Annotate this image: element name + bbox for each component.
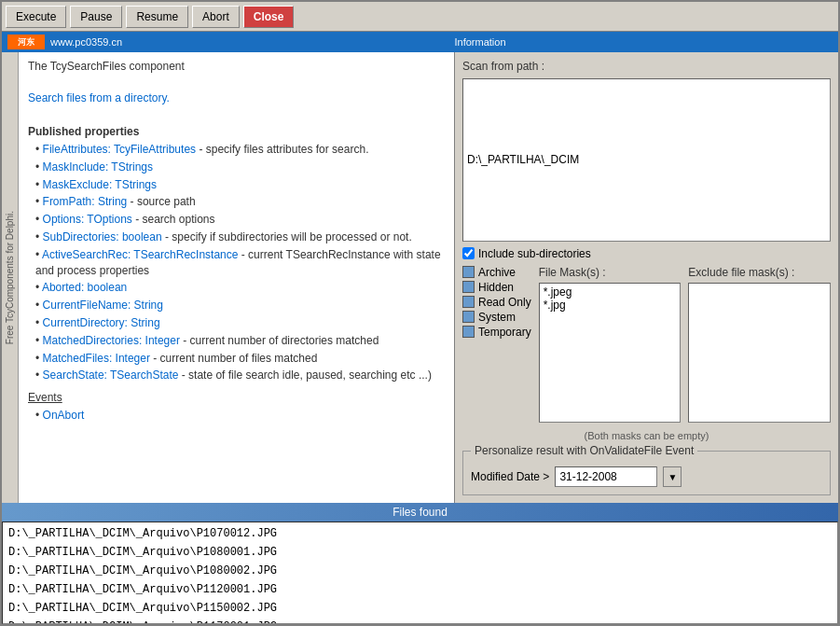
execute-button[interactable]: Execute [6,6,66,28]
toolbar: Execute Pause Resume Abort Close [2,2,838,32]
file-masks-panel: File Mask(s) : *.jpeg *.jpg [539,266,682,424]
attr-temporary: Temporary [462,326,531,339]
section-header-label: Information [455,36,506,48]
right-panel: Scan from path : Include sub-directories… [455,52,838,503]
attr-system-label: System [478,311,516,324]
watermark-bar: 河东 www.pc0359.cn Information [2,32,838,52]
exclude-masks-header: Exclude file mask(s) : [688,266,831,279]
events-list: OnAbort [28,408,445,424]
resume-button[interactable]: Resume [126,6,188,28]
attr-system-checkbox[interactable] [462,311,475,323]
property-item: MatchedDirectories: Integer - current nu… [35,333,445,349]
scan-path-label: Scan from path : [462,60,544,73]
property-item: ActiveSearchRec: TSearchRecInstance - cu… [35,247,445,279]
attr-hidden-checkbox[interactable] [462,281,475,293]
date-dropdown-button[interactable]: ▼ [663,466,682,487]
file-mask-item: *.jpeg [544,285,677,299]
property-item: MaskExclude: TStrings [35,177,445,193]
property-item: FileAttributes: TcyFileAttributes - spec… [35,142,445,158]
watermark-url: www.pc0359.cn [50,36,122,48]
attr-system: System [462,311,531,324]
exclude-masks-panel: Exclude file mask(s) : [688,266,831,424]
attr-hidden-label: Hidden [478,281,514,294]
property-item: SearchState: TSearchState - state of fil… [35,368,445,383]
property-item: MatchedFiles: Integer - current number o… [35,351,445,367]
file-mask-item: *.jpg [544,299,677,312]
left-panel: The TcySearchFiles component Search file… [19,52,455,503]
file-list-item[interactable]: D:\_PARTILHA\_DCIM\_Arquivo\P1120001.JPG [7,580,833,599]
attr-hidden: Hidden [462,281,531,294]
attr-archive-label: Archive [478,266,516,279]
include-subdirs-label: Include sub-directories [478,247,591,260]
property-item: FromPath: String - source path [35,194,445,210]
modified-date-input[interactable] [555,466,657,487]
attr-archive: Archive [462,266,531,279]
columns-area: Free TcyComponents for Delphi. The TcySe… [2,52,838,503]
include-subdirs-checkbox[interactable] [462,247,475,259]
property-item: SubDirectories: boolean - specify if sub… [35,230,445,245]
files-list[interactable]: D:\_PARTILHA\_DCIM\_Arquivo\P1070012.JPG… [2,522,838,624]
property-item: CurrentDirectory: String [35,315,445,331]
file-list-item[interactable]: D:\_PARTILHA\_DCIM\_Arquivo\P1070012.JPG [7,524,833,543]
file-masks-box[interactable]: *.jpeg *.jpg [539,283,682,424]
attrs-masks-row: Archive Hidden Read Only System [462,266,831,424]
personalize-group: Personalize result with OnValidateFile E… [462,451,831,495]
pause-button[interactable]: Pause [70,6,122,28]
published-section-label: Published properties [28,125,445,138]
file-list-item[interactable]: D:\_PARTILHA\_DCIM\_Arquivo\P1150002.JPG [7,599,833,618]
watermark-logo: 河东 [7,35,45,49]
exclude-masks-box[interactable] [688,283,831,424]
property-item: MaskInclude: TStrings [35,160,445,175]
include-subdirs-row: Include sub-directories [462,247,831,260]
file-list-item[interactable]: D:\_PARTILHA\_DCIM\_Arquivo\P1170001.JPG [7,618,833,624]
file-list-item[interactable]: D:\_PARTILHA\_DCIM\_Arquivo\P1080001.JPG [7,543,833,562]
attr-readonly: Read Only [462,296,531,309]
both-empty-note: (Both masks can be empty) [462,430,831,441]
vertical-sidebar-text: Free TcyComponents for Delphi. [5,211,15,344]
property-item: CurrentFileName: String [35,298,445,313]
file-masks-header: File Mask(s) : [539,266,682,279]
attr-readonly-checkbox[interactable] [462,296,475,308]
component-title: The TcySearchFiles component [28,60,445,73]
vertical-sidebar: Free TcyComponents for Delphi. [2,52,19,503]
attr-temporary-label: Temporary [478,326,531,339]
abort-button[interactable]: Abort [192,6,240,28]
date-row: Modified Date > ▼ [471,466,822,487]
property-item: Aborted: boolean [35,280,445,296]
files-section: Files found D:\_PARTILHA\_DCIM\_Arquivo\… [2,503,838,624]
attributes-panel: Archive Hidden Read Only System [462,266,531,424]
modified-date-label: Modified Date > [471,470,549,483]
property-item: Options: TOptions - search options [35,212,445,228]
properties-list: FileAttributes: TcyFileAttributes - spec… [28,142,445,383]
attr-readonly-label: Read Only [478,296,531,309]
scan-path-input[interactable] [462,78,831,242]
close-button[interactable]: Close [243,6,295,28]
file-list-item[interactable]: D:\_PARTILHA\_DCIM\_Arquivo\P1080002.JPG [7,562,833,580]
events-section-label: Events [28,391,445,404]
files-header: Files found [2,503,838,522]
scan-path-row: Scan from path : [462,60,831,73]
group-box-title: Personalize result with OnValidateFile E… [471,444,697,457]
main-window: Execute Pause Resume Abort Close 河东 www.… [0,0,840,626]
event-item: OnAbort [35,408,445,424]
link-text[interactable]: Search files from a directory. [28,91,445,104]
attr-temporary-checkbox[interactable] [462,326,475,338]
attr-archive-checkbox[interactable] [462,266,475,278]
